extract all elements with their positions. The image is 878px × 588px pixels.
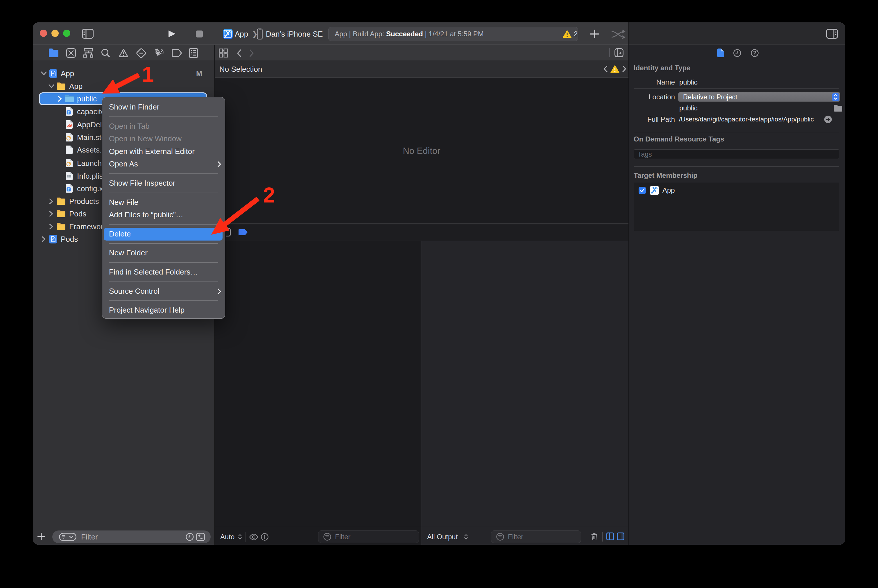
svg-text:2: 2 [263, 183, 275, 207]
svg-text:1: 1 [142, 62, 154, 86]
